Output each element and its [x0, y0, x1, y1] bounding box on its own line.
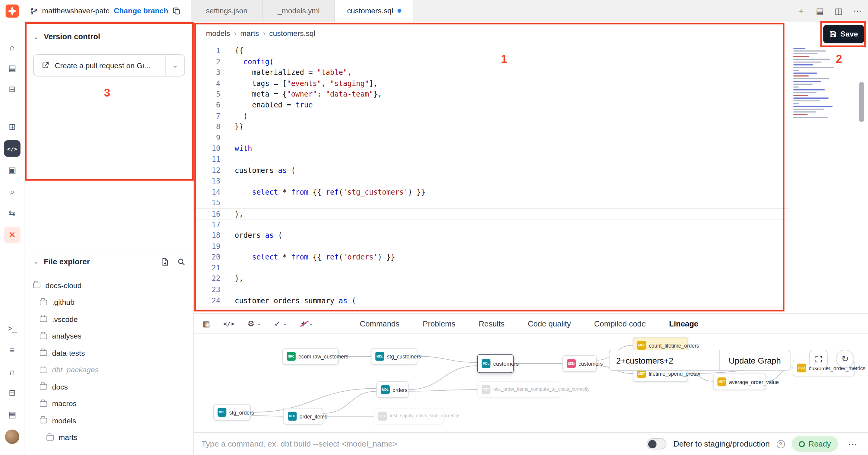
file-item-.github[interactable]: .github [24, 294, 193, 311]
copy-branch-icon[interactable] [173, 7, 181, 15]
file-item-docs-cloud[interactable]: docs-cloud [24, 277, 193, 293]
tab-customers-sql[interactable]: customers.sql [335, 0, 414, 22]
code-line[interactable]: 11 [194, 154, 789, 165]
save-button[interactable]: Save [823, 25, 864, 44]
command-input[interactable] [202, 439, 647, 448]
lineage-node-customers[interactable]: MDLcustomers [477, 354, 514, 373]
fullscreen-button[interactable] [809, 350, 828, 368]
checklist-icon[interactable]: ≡ [4, 341, 21, 358]
bottom-tab-compiled-code[interactable]: Compiled code [594, 319, 646, 328]
code-line[interactable]: 23 [194, 284, 789, 295]
code-line[interactable]: 16), [194, 208, 789, 219]
code-line[interactable]: 13 [194, 176, 789, 187]
lineage-node-test_order_items_compute_to_costs_correctly[interactable]: TSTtest_order_items_compute_to_costs_cor… [477, 381, 560, 398]
user-avatar[interactable] [5, 429, 20, 444]
code-line[interactable]: 18orders as ( [194, 230, 789, 241]
code-line[interactable]: 3 materialized = "table", [194, 67, 789, 78]
overflow-menu-icon[interactable]: ⋯ [845, 439, 860, 449]
lineage-node-customers[interactable]: SEMcustomers [562, 355, 597, 372]
code-line[interactable]: 10with [194, 143, 789, 154]
code-line[interactable]: 9 [194, 133, 789, 143]
file-item-models[interactable]: models [24, 413, 193, 429]
new-file-icon[interactable] [161, 257, 169, 266]
results-table-icon[interactable]: ▦ [203, 319, 210, 328]
code-line[interactable]: 14 select * from {{ ref('stg_customers')… [194, 187, 789, 197]
code-line[interactable]: 2 config( [194, 56, 789, 67]
pr-dropdown-caret[interactable]: ⌄ [165, 55, 184, 76]
lineage-node-orders[interactable]: MDLorders [376, 381, 409, 398]
notebook-icon[interactable]: ▤ [4, 60, 21, 76]
lineage-node-stg_orders[interactable]: MDLstg_orders [213, 404, 251, 421]
file-item-marts[interactable]: marts [24, 429, 193, 446]
bottom-tab-results[interactable]: Results [478, 319, 504, 328]
code-line[interactable]: 19 [194, 241, 789, 252]
code-line[interactable]: 8}} [194, 122, 789, 133]
code-line[interactable]: 24customer_orders_summary as ( [194, 295, 789, 306]
lineage-node-average_order_value[interactable]: METaverage_order_value [713, 373, 766, 390]
breadcrumb-marts[interactable]: marts [240, 29, 259, 38]
panel-list-icon[interactable]: ▤ [815, 6, 825, 16]
file-item-.vscode[interactable]: .vscode [24, 311, 193, 328]
test-icon[interactable]: ✓⌄ [274, 319, 287, 328]
tab-settings-json[interactable]: settings.json [191, 0, 263, 22]
defer-toggle[interactable] [647, 438, 667, 450]
code-line[interactable]: 5 meta = {"owner": "data-team"}, [194, 89, 789, 100]
lineage-node-ecom.raw_customers[interactable]: SRCecom.raw_customers [282, 348, 339, 365]
breadcrumb-file[interactable]: customers.sql [269, 29, 315, 38]
terminal-icon[interactable]: >_ [4, 320, 21, 336]
package-icon[interactable]: ▣ [4, 162, 21, 178]
lineage-node-test_supply_costs_sum_correctly[interactable]: TSTtest_supply_costs_sum_correctly [374, 408, 443, 425]
code-editor-icon[interactable]: </> [4, 140, 21, 157]
change-branch-link[interactable]: Change branch [114, 7, 168, 15]
bottom-tab-problems[interactable]: Problems [423, 319, 456, 328]
code-editor[interactable]: models › marts › customers.sql 1{{2 conf… [194, 22, 789, 313]
file-explorer-header[interactable]: ⌄ File explorer [33, 254, 185, 269]
database-icon[interactable]: ⊟ [4, 385, 21, 401]
code-line[interactable]: 20 select * from {{ ref('orders') }} [194, 252, 789, 262]
code-line[interactable]: 12customers as ( [194, 165, 789, 176]
code-line[interactable]: 15 [194, 197, 789, 208]
file-item-analyses[interactable]: analyses [24, 328, 193, 344]
code-line[interactable]: 6 enabled = true [194, 100, 789, 111]
help-icon[interactable]: ? [776, 439, 785, 448]
warehouse-icon[interactable]: ⊟ [4, 81, 21, 97]
support-icon[interactable]: ∩ [4, 363, 21, 379]
docs-book-icon[interactable]: ▤ [4, 406, 21, 423]
code-line[interactable]: 7 ) [194, 111, 789, 122]
apps-grid-icon[interactable]: ⊞ [4, 119, 21, 135]
search-code-icon[interactable]: ⌕ [4, 183, 21, 200]
create-pr-button[interactable]: Create a pull request on Gi... ⌄ [33, 54, 185, 76]
editor-scrollbar[interactable] [859, 82, 864, 122]
file-item-docs[interactable]: docs [24, 378, 193, 395]
lineage-graph[interactable]: 2+customers+2 Update Graph ↻ SRCecom.raw… [194, 334, 868, 432]
overflow-menu-icon[interactable]: ⋯ [852, 6, 863, 16]
code-preview-icon[interactable]: </> [223, 320, 235, 328]
compare-icon[interactable]: ⇆ [4, 205, 21, 222]
bottom-tab-commands[interactable]: Commands [360, 319, 399, 328]
tab-models-yml[interactable]: _models.yml [263, 0, 335, 22]
code-lines[interactable]: 1{{2 config(3 materialized = "table",4 t… [194, 46, 789, 306]
file-item-dbt_packages[interactable]: dbt_packages [24, 362, 193, 378]
file-item-data-tests[interactable]: data-tests [24, 345, 193, 361]
search-icon[interactable] [177, 257, 186, 266]
minimap[interactable] [793, 48, 839, 121]
lineage-selector-input[interactable]: 2+customers+2 [609, 350, 719, 371]
add-tab-icon[interactable]: + [796, 6, 806, 16]
build-icon[interactable]: ⚙⌄ [247, 319, 261, 328]
update-graph-button[interactable]: Update Graph [720, 350, 790, 371]
version-control-header[interactable]: ⌄ Version control [33, 30, 100, 43]
lineage-node-stg_customers[interactable]: MDLstg_customers [371, 348, 417, 365]
bottom-tab-code-quality[interactable]: Code quality [528, 319, 571, 328]
refresh-graph-button[interactable]: ↻ [836, 350, 854, 368]
bottom-tab-lineage[interactable]: Lineage [669, 319, 698, 328]
breadcrumb-models[interactable]: models [206, 29, 230, 38]
code-line[interactable]: 1{{ [194, 46, 789, 56]
code-line[interactable]: 4 tags = ["events", "staging"], [194, 78, 789, 89]
status-badge[interactable]: Ready [792, 436, 838, 452]
split-panel-icon[interactable]: ◫ [834, 6, 844, 16]
code-line[interactable]: 22), [194, 273, 789, 284]
dbt-cloud-icon[interactable]: ✕ [4, 227, 21, 243]
code-line[interactable]: 17 [194, 219, 789, 230]
lineage-node-order_items[interactable]: MDLorder_items [283, 408, 323, 425]
code-line[interactable]: 21 [194, 262, 789, 273]
